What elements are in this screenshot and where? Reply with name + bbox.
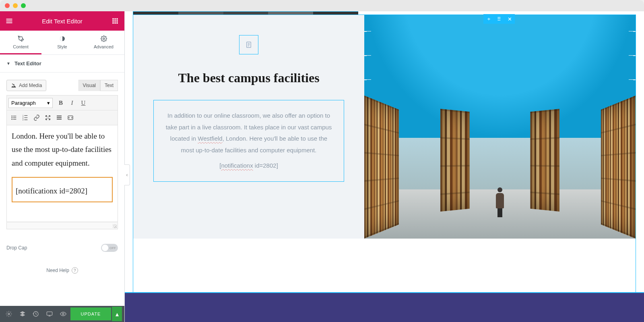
tab-style-label: Style bbox=[57, 44, 67, 49]
shortcode-insert-button[interactable] bbox=[65, 112, 76, 123]
preview-paragraph: In addition to our online classroom, we … bbox=[165, 110, 332, 156]
preview-columns: The best campus facilities In addition t… bbox=[133, 15, 636, 239]
responsive-button[interactable] bbox=[43, 307, 56, 321]
preview-heading[interactable]: The best campus facilities bbox=[153, 71, 344, 85]
sidebar-title: Edit Text Editor bbox=[42, 18, 83, 25]
window-close-dot[interactable] bbox=[5, 3, 10, 8]
update-button[interactable]: UPDATE bbox=[70, 307, 111, 320]
numbered-list-button[interactable]: 123 bbox=[20, 112, 31, 123]
add-media-label: Add Media bbox=[19, 83, 42, 88]
sidebar-collapse-handle[interactable]: ‹ bbox=[124, 164, 130, 185]
toggle-knob bbox=[102, 245, 108, 251]
bookshelf-right bbox=[601, 96, 636, 239]
svg-rect-23 bbox=[24, 120, 27, 120]
svg-point-14 bbox=[11, 117, 12, 118]
toolbar-toggle-button[interactable] bbox=[54, 112, 65, 123]
sidebar-header: Edit Text Editor bbox=[0, 11, 124, 31]
svg-rect-3 bbox=[112, 20, 114, 21]
update-options-button[interactable]: ▴ bbox=[112, 307, 122, 321]
italic-button[interactable]: I bbox=[66, 97, 78, 108]
svg-point-10 bbox=[103, 38, 105, 39]
bookshelf-center-left bbox=[440, 109, 470, 212]
bold-button[interactable]: B bbox=[55, 97, 66, 108]
library-ceiling bbox=[364, 15, 636, 138]
tab-style[interactable]: Style bbox=[41, 31, 83, 54]
widgets-grid-icon[interactable] bbox=[111, 17, 119, 25]
svg-rect-5 bbox=[116, 20, 118, 21]
rte-resize-handle[interactable] bbox=[6, 222, 118, 229]
page-footer-section[interactable] bbox=[125, 292, 644, 322]
svg-rect-1 bbox=[114, 18, 116, 19]
svg-point-12 bbox=[11, 116, 12, 117]
window-min-dot[interactable] bbox=[13, 3, 18, 8]
need-help-label: Need Help bbox=[46, 268, 69, 273]
section-delete-button[interactable]: ✕ bbox=[504, 14, 515, 24]
rte-toolbar: Paragraph ▾ B I U 123 bbox=[6, 95, 118, 125]
settings-tabs: Content Style Advanced bbox=[0, 31, 124, 55]
svg-rect-4 bbox=[114, 20, 116, 21]
editor-sidebar: Edit Text Editor Content Style Advanced bbox=[0, 11, 125, 322]
tab-advanced[interactable]: Advanced bbox=[83, 31, 124, 54]
help-icon: ? bbox=[72, 267, 78, 274]
dropcap-toggle-state: OFF bbox=[109, 246, 116, 250]
add-media-button[interactable]: Add Media bbox=[6, 80, 46, 91]
preview-text-widget[interactable]: In addition to our online classroom, we … bbox=[153, 100, 344, 182]
svg-rect-8 bbox=[116, 22, 118, 23]
bookshelf-left bbox=[364, 96, 399, 239]
rte-content[interactable]: London. Here you'll be able to use the m… bbox=[6, 125, 118, 222]
dropcap-toggle[interactable]: OFF bbox=[101, 244, 118, 252]
svg-point-30 bbox=[62, 313, 64, 315]
svg-point-28 bbox=[8, 313, 10, 315]
section-text-editor[interactable]: ▼ Text Editor bbox=[0, 55, 124, 73]
visual-tab[interactable]: Visual bbox=[78, 80, 100, 91]
section-drag-handle[interactable]: ⠿ bbox=[494, 14, 504, 24]
section-add-button[interactable]: ＋ bbox=[483, 14, 494, 24]
app-body: Edit Text Editor Content Style Advanced bbox=[0, 11, 644, 322]
section-title: Text Editor bbox=[14, 60, 41, 66]
svg-rect-6 bbox=[112, 22, 114, 23]
paragraph-select[interactable]: Paragraph ▾ bbox=[8, 98, 53, 108]
underline-button[interactable]: U bbox=[78, 97, 89, 108]
svg-rect-15 bbox=[13, 117, 16, 118]
svg-rect-19 bbox=[24, 115, 27, 116]
section-outline[interactable]: ＋ ⠿ ✕ The best campus facilities In addi… bbox=[133, 15, 636, 322]
preview-left-column[interactable]: The best campus facilities In addition t… bbox=[133, 15, 364, 239]
editor-mode-tabs: Visual Text bbox=[78, 80, 118, 91]
preview-link-westfield: Westfield bbox=[198, 135, 222, 142]
preview-shortcode-name: notificationx bbox=[221, 162, 253, 169]
navigator-button[interactable] bbox=[16, 307, 29, 321]
link-button[interactable] bbox=[31, 112, 42, 123]
preview-button[interactable] bbox=[57, 307, 70, 321]
rte-shortcode-text: [notificationx id=2802] bbox=[16, 187, 87, 195]
text-tab[interactable]: Text bbox=[100, 80, 118, 91]
window-max-dot[interactable] bbox=[21, 3, 26, 8]
icon-widget[interactable] bbox=[239, 35, 258, 54]
tab-content[interactable]: Content bbox=[0, 31, 41, 54]
tab-advanced-label: Advanced bbox=[94, 44, 114, 49]
window-titlebar bbox=[0, 0, 644, 11]
svg-rect-24 bbox=[57, 116, 62, 116]
svg-rect-7 bbox=[114, 22, 116, 23]
svg-point-16 bbox=[11, 119, 12, 120]
preview-right-column-image[interactable] bbox=[364, 15, 636, 239]
preview-canvas: ＋ ⠿ ✕ The best campus facilities In addi… bbox=[125, 11, 644, 322]
svg-rect-13 bbox=[13, 116, 16, 116]
menu-icon[interactable] bbox=[6, 17, 13, 25]
editor-area: Add Media Visual Text Paragraph ▾ B I bbox=[0, 73, 124, 237]
svg-text:3: 3 bbox=[23, 119, 24, 121]
rte-shortcode-highlight: [notificationx id=2802] bbox=[12, 177, 113, 202]
media-icon bbox=[11, 83, 17, 88]
fullscreen-button[interactable] bbox=[42, 112, 54, 123]
svg-rect-2 bbox=[116, 18, 118, 19]
svg-rect-29 bbox=[47, 312, 52, 316]
bullet-list-button[interactable] bbox=[8, 112, 20, 123]
tab-content-label: Content bbox=[13, 44, 29, 49]
settings-button[interactable] bbox=[2, 307, 15, 321]
paragraph-select-label: Paragraph bbox=[11, 100, 36, 106]
dropcap-row: Drop Cap OFF bbox=[0, 237, 124, 259]
section-toolbar: ＋ ⠿ ✕ bbox=[483, 14, 515, 24]
svg-point-11 bbox=[12, 83, 13, 84]
update-label: UPDATE bbox=[81, 312, 101, 316]
history-button[interactable] bbox=[29, 307, 42, 321]
need-help-link[interactable]: Need Help ? bbox=[0, 259, 124, 278]
